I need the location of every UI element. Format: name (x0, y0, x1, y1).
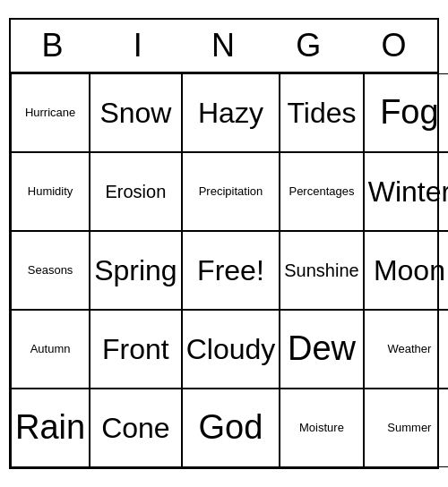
bingo-cell-0: Hurricane (11, 73, 90, 152)
cell-text-0: Hurricane (25, 106, 75, 120)
cell-text-5: Humidity (28, 184, 73, 199)
header-letter-O: O (352, 20, 437, 72)
header-letter-N: N (181, 20, 266, 72)
cell-text-17: Cloudy (186, 332, 276, 366)
bingo-cell-18: Dew (280, 310, 363, 389)
bingo-cell-15: Autumn (11, 310, 90, 389)
bingo-cell-13: Sunshine (280, 231, 363, 310)
bingo-cell-20: Rain (11, 389, 90, 467)
bingo-cell-7: Precipitation (182, 152, 280, 231)
bingo-cell-23: Moisture (280, 389, 363, 467)
bingo-cell-3: Tides (280, 73, 363, 152)
bingo-card: BINGO HurricaneSnowHazyTidesFogHumidityE… (9, 18, 439, 469)
cell-text-7: Precipitation (199, 184, 263, 199)
cell-text-2: Hazy (198, 96, 263, 130)
bingo-cell-22: God (182, 389, 280, 467)
bingo-cell-11: Spring (90, 231, 182, 310)
bingo-cell-2: Hazy (182, 73, 280, 152)
cell-text-8: Percentages (289, 184, 354, 199)
cell-text-1: Snow (99, 96, 171, 130)
cell-text-22: God (199, 407, 263, 449)
bingo-cell-14: Moon (364, 231, 448, 310)
cell-text-14: Moon (374, 253, 445, 287)
bingo-cell-21: Cone (90, 389, 182, 467)
header-letter-G: G (267, 20, 352, 72)
bingo-cell-17: Cloudy (182, 310, 280, 389)
cell-text-15: Autumn (30, 342, 71, 356)
bingo-cell-16: Front (90, 310, 182, 389)
bingo-cell-8: Percentages (280, 152, 363, 231)
cell-text-6: Erosion (106, 181, 167, 202)
cell-text-11: Spring (94, 253, 177, 287)
cell-text-12: Free! (197, 253, 264, 287)
bingo-cell-1: Snow (90, 73, 182, 152)
cell-text-9: Winter (368, 175, 448, 209)
bingo-header: BINGO (11, 20, 437, 73)
header-letter-I: I (96, 20, 181, 72)
cell-text-4: Fog (380, 92, 438, 133)
cell-text-16: Front (102, 332, 169, 366)
cell-text-13: Sunshine (284, 260, 358, 281)
cell-text-20: Rain (15, 407, 85, 449)
bingo-cell-19: Weather (364, 310, 448, 389)
cell-text-21: Cone (101, 411, 170, 445)
cell-text-23: Moisture (299, 421, 344, 435)
bingo-cell-12: Free! (182, 231, 280, 310)
cell-text-24: Summer (387, 421, 431, 435)
bingo-cell-4: Fog (364, 73, 448, 152)
cell-text-18: Dew (288, 329, 356, 370)
bingo-grid: HurricaneSnowHazyTidesFogHumidityErosion… (11, 73, 437, 467)
bingo-cell-24: Summer (364, 389, 448, 467)
bingo-cell-10: Seasons (11, 231, 90, 310)
bingo-cell-5: Humidity (11, 152, 90, 231)
cell-text-3: Tides (287, 96, 356, 130)
cell-text-19: Weather (387, 342, 431, 356)
bingo-cell-9: Winter (364, 152, 448, 231)
header-letter-B: B (11, 20, 96, 72)
bingo-cell-6: Erosion (90, 152, 182, 231)
cell-text-10: Seasons (28, 263, 73, 278)
